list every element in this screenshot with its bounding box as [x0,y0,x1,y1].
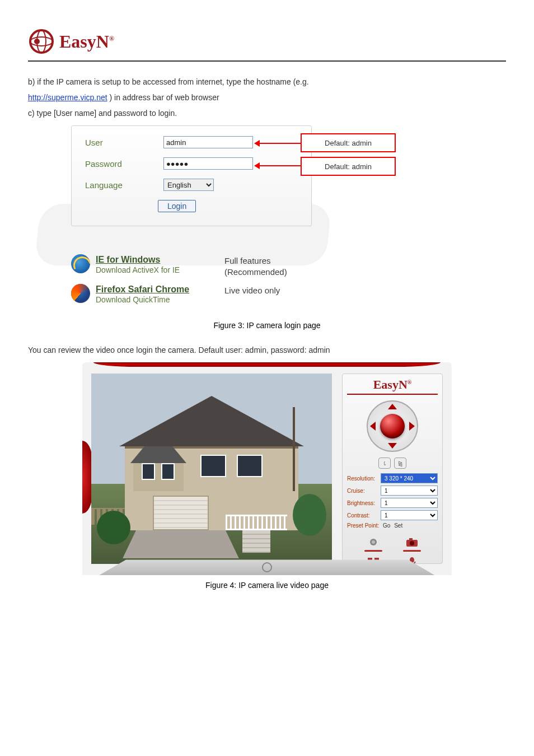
svg-point-0 [30,30,53,53]
annotation-arrow-user [256,143,301,144]
ptz-aux-button-2[interactable]: ⧎ [394,458,406,469]
user-input[interactable] [163,136,253,148]
svg-point-7 [410,541,414,545]
brand-logo-icon [28,28,55,55]
svg-point-5 [372,540,375,544]
user-label: User [85,138,163,147]
contrast-label: Contrast: [347,512,381,519]
figure-4-caption: Figure 4: IP camera live video page [28,581,506,590]
brand-header: EasyN® [28,28,506,62]
figure-3-caption: Figure 3: IP camera login page [28,321,506,330]
annotation-box-password: Default: admin [301,157,396,176]
example-hostname-link[interactable]: http://superme.vicp.net [28,93,107,102]
control-panel-logo: EasyN® [347,377,438,395]
ptz-down-button[interactable] [388,443,397,453]
ptz-control [364,398,420,454]
record-icon [366,536,381,548]
ptz-left-button[interactable] [366,422,376,431]
snapshot-button[interactable] [398,536,426,552]
browser-options: IE for Windows Download ActiveX for IE F… [71,254,474,304]
annotation-box-user: Default: admin [301,133,396,152]
camera-icon [405,536,419,548]
ie-link[interactable]: IE for Windows [96,254,224,265]
ptz-right-button[interactable] [409,422,419,431]
svg-point-1 [30,37,53,46]
live-view-figure: EasyN® ⤹ ⧎ Resolution: 3 320 * 240 Cruis… [82,362,452,575]
firefox-icon [71,284,90,303]
brightness-label: Brightness: [347,500,381,506]
svg-rect-8 [409,538,413,540]
brand-logo-text: EasyN® [59,31,114,52]
preset-set-button[interactable]: Set [394,522,402,529]
cruise-select[interactable]: 1 [381,486,438,496]
annotation-arrow-password [256,165,301,166]
instruction-line-c: c) type [User name] and password to logi… [28,107,506,120]
control-panel: EasyN® ⤹ ⧎ Resolution: 3 320 * 240 Cruis… [342,374,443,564]
cruise-label: Cruise: [347,488,381,494]
password-label: Password [85,159,163,169]
instruction-line-link: http://superme.vicp.net ) in address bar… [28,91,506,105]
ie-icon [71,254,90,273]
footnote-text: You can review the video once login the … [28,344,506,357]
login-button[interactable]: Login [158,200,196,212]
settings-icon[interactable] [262,562,272,572]
login-panel: User Password Language English Login [71,125,312,226]
brightness-select[interactable]: 1 [381,498,438,508]
ptz-aux-button-1[interactable]: ⤹ [378,458,391,469]
other-browsers-sublabel: Download QuickTime [96,295,224,304]
preset-point-row: Preset Point: Go Set [347,522,438,529]
other-browsers-link[interactable]: Firefox Safari Chrome [96,284,224,295]
resolution-select[interactable]: 3 320 * 240 [381,473,438,483]
preset-go-button[interactable]: Go [383,522,390,529]
contrast-select[interactable]: 1 [381,510,438,520]
instruction-line-b: b) if the IP camera is setup to be acces… [28,76,506,89]
ie-description: Full features (Recommended) [224,254,287,277]
language-select[interactable]: English [163,179,214,191]
ptz-up-button[interactable] [388,399,397,409]
password-input[interactable] [163,157,253,170]
language-label: Language [85,180,163,190]
top-accent-bar [93,362,441,367]
other-browsers-description: Live video only [224,284,280,296]
login-figure: User Password Language English Login Def… [60,125,474,304]
viewer-bottom-bar [99,559,435,575]
record-button[interactable] [359,536,387,552]
svg-point-3 [34,39,40,44]
ie-sublabel: Download ActiveX for IE [96,265,224,274]
live-video-feed [91,374,332,564]
resolution-label: Resolution: [347,475,381,482]
